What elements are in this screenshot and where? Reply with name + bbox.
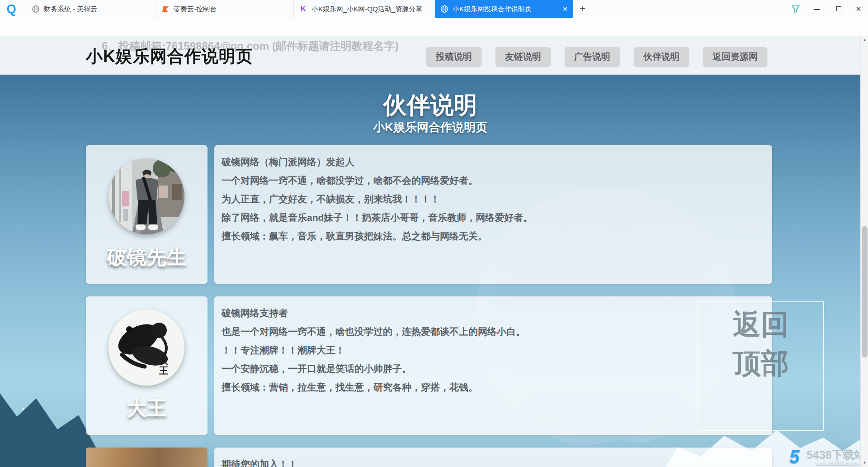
nav-button-friend-links[interactable]: 友链说明 [495, 47, 551, 67]
partner-line: 一个对网络一窍不通，啥都没学过，啥都不会的网络爱好者。 [222, 171, 763, 190]
page-viewport: 伙伴说明 小K娱乐网合作说明页 [0, 36, 860, 467]
hero-title: 伙伴说明 [0, 90, 860, 121]
browser-toolbar: ‹ › ⟳ ☆ file:///C:/Users/Administrator/D… [0, 18, 868, 36]
site-header: 6、投稿邮箱:761598864@qq.com (邮件标题请注明教程名字) 小K… [0, 36, 860, 75]
partner-line: 破镜网络（梅门派网络）发起人 [222, 152, 763, 171]
partner-line: 除了网络，就是音乐and妹子！！奶茶店小哥哥，音乐教师，网络爱好者。 [222, 208, 763, 227]
partner-description-card: 破镜网络支持者 也是一个对网络一窍不通，啥也没学过的，连热爱都谈不上的网络小白。… [214, 296, 772, 435]
back-to-top-label: 返回 [733, 310, 789, 338]
partner-description-card: 期待您的加入！！ [214, 448, 772, 467]
svg-text:大: 大 [159, 356, 169, 366]
globe-icon [440, 5, 448, 13]
scrollbar-thumb[interactable] [862, 226, 868, 357]
tab-title: 小K娱乐网投稿合作说明页 [453, 5, 558, 14]
partner-avatar-card [86, 448, 208, 467]
window-minimize-button[interactable] [807, 0, 826, 18]
partner-line: 为人正直，广交好友，不缺损友，别来坑我！！！！ [222, 190, 763, 208]
minimize-icon [814, 9, 820, 10]
partial-avatar [86, 448, 208, 467]
watermark-logo: 5 [789, 447, 799, 467]
browser-logo-icon[interactable]: Q [5, 2, 18, 16]
tab-bar: Q 财务系统 - 美得云 蓝奏云-控制台 K 小K娱乐网_小K网-QQ活动_资源… [0, 0, 868, 18]
street-photo-avatar [108, 158, 184, 234]
partner-avatar-card: 破镜先生 [86, 145, 208, 284]
nav-button-partners[interactable]: 伙伴说明 [634, 47, 689, 67]
partner-name: 破镜先生 [86, 244, 208, 271]
hero-subtitle: 小K娱乐网合作说明页 [0, 119, 860, 135]
partner-line: 破镜网络支持者 [222, 304, 763, 322]
window-maximize-button[interactable] [829, 0, 848, 18]
tab-title: 蓝奏云-控制台 [174, 5, 288, 14]
watermark-url: www.5438.com.cn [816, 460, 860, 467]
new-tab-button[interactable]: + [575, 2, 590, 16]
tab-lanzou-console[interactable]: 蓝奏云-控制台 [156, 0, 294, 18]
ink-panda-avatar: 大 王 [108, 310, 184, 386]
site-nav: 投稿说明 友链说明 广告说明 伙伴说明 返回资源网 [426, 47, 767, 67]
partner-line: 擅长领域：营销，拉生意，找生意，研究各种，穿搭，花钱。 [222, 378, 763, 396]
back-to-top-label: 顶部 [733, 349, 789, 377]
scroll-down-icon[interactable]: ▼ [861, 459, 868, 467]
partner-line: 一个安静沉稳，一开口就是笑话的小帅胖子。 [222, 359, 763, 378]
svg-text:王: 王 [159, 366, 168, 376]
k-letter-icon: K [299, 5, 307, 13]
tab-title: 小K娱乐网_小K网-QQ活动_资源分享 [311, 5, 429, 14]
partner-line: 期待您的加入！！ [222, 455, 763, 467]
window-close-button[interactable]: ✕ [849, 0, 868, 18]
funnel-icon[interactable] [788, 0, 804, 18]
partner-row-1: 破镜先生 破镜网络（梅门派网络）发起人 一个对网络一窍不通，啥都没学过，啥都不会… [0, 145, 860, 284]
scroll-up-icon[interactable]: ▲ [861, 37, 868, 44]
nav-button-submission[interactable]: 投稿说明 [426, 47, 481, 67]
partner-line: 擅长领域：飙车，音乐，耿直男孩把妹法。总之都与网络无关。 [222, 227, 763, 245]
tab-close-icon[interactable]: ✕ [562, 5, 568, 13]
nav-button-back-to-resource-site[interactable]: 返回资源网 [703, 47, 767, 67]
site-title: 小K娱乐网合作说明页 [86, 45, 253, 68]
watermark: 5 5438下载站 www.5438.com.cn [789, 446, 860, 467]
back-to-top-button[interactable]: 返回 顶部 [698, 301, 824, 431]
globe-icon [32, 5, 40, 13]
partner-avatar-card: 大 王 大王 [86, 296, 208, 435]
scrollbar[interactable]: ▲ ▼ [860, 36, 868, 467]
browser-window: Q 财务系统 - 美得云 蓝奏云-控制台 K 小K娱乐网_小K网-QQ活动_资源… [0, 0, 868, 467]
tab-xiaok-home[interactable]: K 小K娱乐网_小K网-QQ活动_资源分享 [294, 0, 435, 18]
partner-line: 也是一个对网络一窍不通，啥也没学过的，连热爱都谈不上的网络小白。 [222, 322, 763, 341]
partner-name: 大王 [86, 395, 208, 422]
partner-line: ！！专注潮牌！！潮牌大王！ [222, 341, 763, 359]
tab-finance-system[interactable]: 财务系统 - 美得云 [26, 0, 156, 18]
maximize-icon [836, 6, 841, 11]
lanzou-flag-icon [161, 5, 170, 13]
partner-description-card: 破镜网络（梅门派网络）发起人 一个对网络一窍不通，啥都没学过，啥都不会的网络爱好… [214, 145, 772, 284]
tab-xiaok-cooperation-active[interactable]: 小K娱乐网投稿合作说明页 ✕ [435, 0, 573, 18]
tab-title: 财务系统 - 美得云 [44, 5, 150, 14]
nav-button-advertising[interactable]: 广告说明 [565, 47, 620, 67]
partner-row-3: 期待您的加入！！ [0, 448, 860, 467]
